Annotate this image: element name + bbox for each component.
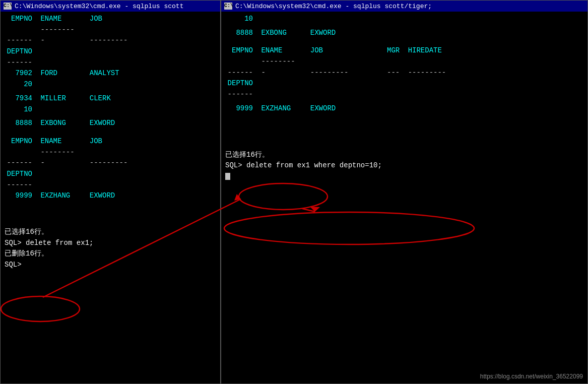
- left-ford-deptno: 20: [5, 79, 216, 90]
- left-deptno2: DEPTNO: [5, 169, 216, 180]
- right-title-bar: C:\ C:\Windows\system32\cmd.exe - sqlplu…: [221, 1, 587, 12]
- left-row-exbong: 8888 EXBONG EXWORD: [5, 118, 216, 129]
- right-sql-delete: SQL> delete from ex1 where deptno=10;: [225, 160, 583, 171]
- left-deptno-divider: ------: [5, 57, 216, 69]
- left-miller-deptno: 10: [5, 104, 216, 115]
- left-row-exzhang: 9999 EXZHANG EXWORD: [5, 190, 216, 202]
- left-window-icon: C:\: [4, 3, 12, 10]
- right-title-text: C:\Windows\system32\cmd.exe - sqlplus sc…: [235, 3, 432, 10]
- left-header-row2: EMPNO ENAME JOB: [5, 136, 216, 147]
- right-cursor-line: [225, 171, 583, 182]
- left-deleted-16: 已删除16行。: [5, 248, 216, 260]
- left-sql-delete: SQL> delete from ex1;: [5, 238, 216, 249]
- left-header-row: EMPNO ENAME JOB: [5, 14, 216, 25]
- left-row-miller: 7934 MILLER CLERK: [5, 93, 216, 104]
- left-terminal-content: EMPNO ENAME JOB ------ --------- -------…: [1, 12, 220, 273]
- left-row-ford: 7902 FORD ANALYST: [5, 68, 216, 79]
- right-selected-16: 已选择16行。: [225, 150, 583, 161]
- right-header-full: EMPNO ENAME JOB MGR HIREDATE: [225, 45, 583, 56]
- left-divider1: ------ --------- ---------: [5, 25, 216, 46]
- right-indent-10: 10: [225, 14, 583, 25]
- left-deptno-label: DEPTNO: [5, 46, 216, 57]
- right-terminal: C:\ C:\Windows\system32\cmd.exe - sqlplu…: [221, 0, 588, 384]
- left-selected-16: 已选择16行。: [5, 227, 216, 238]
- right-row-exbong: 8888 EXBONG EXWORD: [225, 28, 583, 39]
- left-title-bar: C:\ C:\Windows\system32\cmd.exe - sqlplu…: [1, 1, 220, 12]
- left-divider2: ------ --------- ---------: [5, 147, 216, 169]
- left-title-text: C:\Windows\system32\cmd.exe - sqlplus sc…: [15, 3, 183, 10]
- left-sql-prompt: SQL>: [5, 260, 216, 271]
- right-terminal-content: 10 8888 EXBONG EXWORD EMPNO ENAME JOB MG…: [221, 12, 587, 184]
- right-row-exzhang: 9999 EXZHANG EXWORD: [225, 103, 583, 114]
- right-divider1: ------ --------- --------- --- ---------: [225, 56, 583, 78]
- csdn-url: https://blog.csdn.net/weixin_36522099: [480, 373, 583, 380]
- right-deptno-divider: ------: [225, 89, 583, 100]
- left-deptno2-divider: ------: [5, 180, 216, 191]
- left-terminal: C:\ C:\Windows\system32\cmd.exe - sqlplu…: [0, 0, 221, 384]
- right-deptno-label: DEPTNO: [225, 78, 583, 89]
- right-window-icon: C:\: [224, 3, 232, 10]
